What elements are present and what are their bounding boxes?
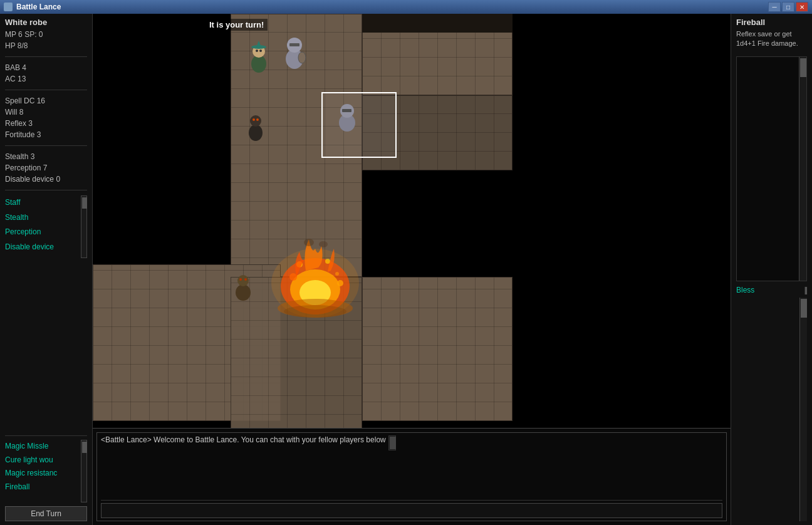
chat-message-text: <Battle Lance> Welcome to Battle Lance. … bbox=[101, 435, 386, 444]
spell-stats: Spell DC 16 Will 8 Reflex 3 Fortitude 3 bbox=[5, 95, 87, 146]
action-staff[interactable]: Staff bbox=[5, 195, 80, 211]
right-panel-scrollbar-top[interactable] bbox=[799, 57, 806, 281]
will-stat: Will 8 bbox=[5, 107, 87, 118]
wall-top bbox=[362, 14, 513, 33]
fire-explosion bbox=[268, 227, 350, 314]
right-spell-area bbox=[736, 56, 807, 281]
action-list: Staff Stealth Perception Disable device bbox=[5, 195, 87, 435]
titlebar: Battle Lance ─ □ ✕ bbox=[0, 0, 812, 14]
close-button[interactable]: ✕ bbox=[796, 2, 808, 12]
end-turn-button[interactable]: End Turn bbox=[5, 506, 87, 521]
svg-point-29 bbox=[236, 284, 251, 301]
tile-right-room bbox=[362, 95, 513, 170]
chat-area: <Battle Lance> Welcome to Battle Lance. … bbox=[93, 428, 731, 525]
perception-stat: Perception 7 bbox=[5, 162, 87, 174]
main-layout: White robe MP 6 SP: 0 HP 8/8 BAB 4 AC 13… bbox=[0, 14, 812, 525]
spell-magic-missile[interactable]: Magic Missle bbox=[5, 440, 80, 454]
character-name: White robe bbox=[5, 18, 87, 27]
svg-point-13 bbox=[251, 55, 266, 73]
character-stats: White robe MP 6 SP: 0 HP 8/8 bbox=[5, 18, 87, 57]
chat-input[interactable] bbox=[101, 503, 722, 518]
action-scrollbar-thumb bbox=[82, 197, 87, 209]
svg-point-23 bbox=[250, 115, 261, 127]
center-area: It is your turn! <Battle Lance> Welcome … bbox=[93, 14, 731, 525]
spell-scrollbar[interactable] bbox=[81, 440, 87, 502]
right-panel-scrollbar-bottom[interactable] bbox=[799, 298, 807, 521]
spell-magic-resistance[interactable]: Magic resistanc bbox=[5, 467, 80, 481]
chat-input-row bbox=[101, 500, 722, 518]
chat-scrollbar[interactable] bbox=[388, 435, 396, 450]
fortitude-stat: Fortitude 3 bbox=[5, 129, 87, 140]
spell-items: Magic Missle Cure light wou Magic resist… bbox=[5, 440, 80, 494]
window-controls: ─ □ ✕ bbox=[768, 2, 808, 12]
right-panel: Fireball Reflex save or get 1d4+1 Fire d… bbox=[731, 14, 812, 525]
chat-border: <Battle Lance> Welcome to Battle Lance. … bbox=[96, 432, 727, 521]
disable-device-stat: Disable device 0 bbox=[5, 174, 87, 185]
right-panel-bottom bbox=[736, 298, 807, 521]
bab-stat: BAB 4 bbox=[5, 62, 87, 73]
spell-list: Magic Missle Cure light wou Magic resist… bbox=[5, 435, 87, 502]
tile-bottom-right bbox=[362, 277, 513, 421]
active-spell-bless-label: Bless bbox=[736, 284, 754, 298]
left-panel: White robe MP 6 SP: 0 HP 8/8 BAB 4 AC 13… bbox=[0, 14, 93, 525]
window-title: Battle Lance bbox=[16, 3, 768, 11]
mp-sp-stat: MP 6 SP: 0 bbox=[5, 29, 87, 40]
chat-message: <Battle Lance> Welcome to Battle Lance. … bbox=[101, 435, 722, 450]
svg-point-25 bbox=[256, 118, 259, 121]
sprite-fire-creature bbox=[231, 271, 256, 302]
svg-point-31 bbox=[239, 278, 242, 281]
action-perception[interactable]: Perception bbox=[5, 225, 80, 240]
svg-point-12 bbox=[284, 305, 346, 318]
active-spell-bless[interactable]: Bless ▐ bbox=[736, 284, 807, 298]
svg-point-16 bbox=[256, 49, 258, 52]
svg-point-17 bbox=[259, 49, 262, 52]
minimize-button[interactable]: ─ bbox=[768, 2, 781, 12]
spell-info-desc: Reflex save or get 1d4+1 Fire damage. bbox=[736, 29, 807, 49]
svg-rect-28 bbox=[342, 109, 351, 112]
svg-point-22 bbox=[249, 125, 263, 141]
active-spell-list: Bless ▐ bbox=[736, 284, 807, 298]
action-items: Staff Stealth Perception Disable device bbox=[5, 195, 80, 254]
svg-point-5 bbox=[325, 259, 330, 264]
skill-stats: Stealth 3 Perception 7 Disable device 0 bbox=[5, 151, 87, 190]
restore-button[interactable]: □ bbox=[782, 2, 794, 12]
sprite-mage bbox=[246, 39, 271, 73]
action-scrollable: Staff Stealth Perception Disable device bbox=[5, 195, 87, 258]
svg-point-32 bbox=[244, 278, 247, 281]
ac-stat: AC 13 bbox=[5, 73, 87, 85]
action-disable-device[interactable]: Disable device bbox=[5, 240, 80, 255]
sprite-knight bbox=[281, 33, 309, 70]
svg-point-7 bbox=[289, 273, 297, 281]
svg-point-30 bbox=[237, 275, 249, 286]
sprite-dark-figure bbox=[243, 111, 268, 142]
spell-info: Fireball Reflex save or get 1d4+1 Fire d… bbox=[736, 18, 807, 54]
spell-cure-light-wounds[interactable]: Cure light wou bbox=[5, 454, 80, 467]
app-icon bbox=[4, 3, 13, 11]
svg-point-6 bbox=[335, 272, 339, 276]
spell-info-title: Fireball bbox=[736, 18, 807, 27]
svg-point-24 bbox=[252, 118, 255, 121]
action-stealth[interactable]: Stealth bbox=[5, 211, 80, 226]
spell-scrollbar-thumb bbox=[82, 442, 87, 453]
svg-point-10 bbox=[319, 241, 328, 247]
svg-point-20 bbox=[298, 52, 306, 63]
spell-scrollable: Magic Missle Cure light wou Magic resist… bbox=[5, 440, 87, 502]
reflex-stat: Reflex 3 bbox=[5, 118, 87, 129]
svg-rect-21 bbox=[289, 43, 299, 46]
bless-indicator: ▐ bbox=[803, 285, 807, 296]
game-canvas[interactable]: It is your turn! bbox=[93, 14, 731, 428]
svg-point-9 bbox=[304, 239, 314, 246]
hp-stat: HP 8/8 bbox=[5, 40, 87, 51]
stealth-stat: Stealth 3 bbox=[5, 151, 87, 162]
chat-messages: <Battle Lance> Welcome to Battle Lance. … bbox=[101, 435, 722, 495]
combat-stats: BAB 4 AC 13 bbox=[5, 62, 87, 90]
spell-dc-stat: Spell DC 16 bbox=[5, 95, 87, 107]
action-scrollbar[interactable] bbox=[81, 195, 87, 258]
right-panel-scrollbar-thumb-bottom bbox=[801, 299, 807, 318]
sprite-armored bbox=[333, 98, 362, 133]
spell-fireball[interactable]: Fireball bbox=[5, 481, 80, 494]
chat-scroll-thumb bbox=[390, 437, 396, 449]
right-panel-scrollbar-thumb-top bbox=[800, 58, 806, 77]
svg-point-8 bbox=[337, 280, 343, 286]
